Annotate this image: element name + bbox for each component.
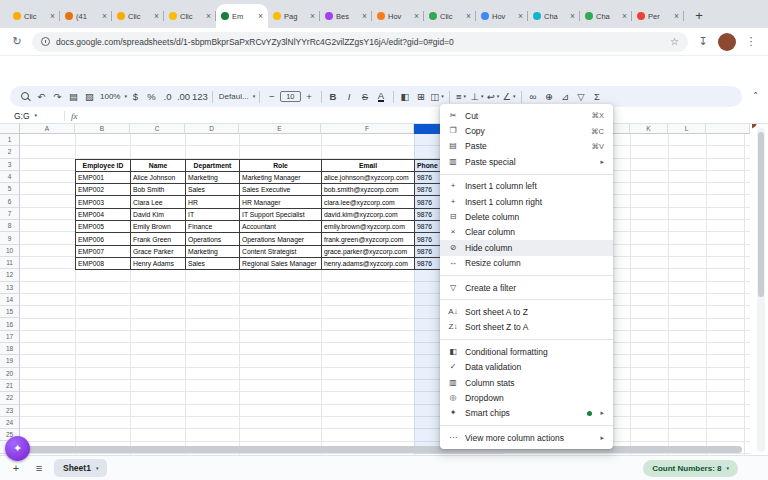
column-header-A[interactable]: A [20,124,75,134]
context-menu-item-data-validation[interactable]: ✓Data validation [440,359,613,374]
insert-chart-icon[interactable]: ⊿ [558,88,573,105]
name-box-caret-icon[interactable]: ▾ [35,113,38,118]
summary-count-pill[interactable]: Count Numbers: 8 ▾ [643,460,738,477]
tab-close-icon[interactable]: × [206,12,211,21]
browser-tab[interactable]: Hov× [372,4,424,28]
row-header-1[interactable]: 1 [0,134,20,146]
browser-tab[interactable]: Pag× [268,4,320,28]
cell[interactable]: david.kim@xyzcorp.com [322,209,415,221]
text-color-icon[interactable]: A [374,88,389,105]
cell[interactable]: Henry Adams [131,258,186,270]
cell[interactable]: HR Manager [240,196,322,208]
row-header-3[interactable]: 3 [0,159,20,171]
format-currency-icon[interactable]: $ [128,88,143,105]
cell[interactable]: clara.lee@xyzcorp.com [322,196,415,208]
cell[interactable]: Accountant [240,221,322,233]
italic-icon[interactable]: I [342,88,357,105]
context-menu-item-view-more-column-actions[interactable]: ⋯View more column actions▸ [440,430,613,445]
row-header-15[interactable]: 15 [0,306,20,318]
tab-close-icon[interactable]: × [50,12,55,21]
cell[interactable]: Emily Brown [131,221,186,233]
column-header-C[interactable]: C [130,124,185,134]
context-menu-item-insert-column-left[interactable]: +Insert 1 column left [440,179,613,194]
row-header-7[interactable]: 7 [0,208,20,220]
browser-menu-icon[interactable]: ⋮ [744,35,758,48]
row-header-23[interactable]: 23 [0,405,20,417]
cell[interactable]: Sales [186,184,240,196]
tab-close-icon[interactable]: × [570,12,575,21]
vertical-align-icon[interactable]: ⊥▾ [470,88,485,105]
functions-icon[interactable]: Σ [590,88,605,105]
horizontal-scrollbar[interactable] [22,446,742,453]
tab-close-icon[interactable]: × [466,12,471,21]
new-tab-button[interactable]: + [689,5,709,25]
zoom-select[interactable]: 100%▾ [98,88,127,105]
browser-tab[interactable]: Bes× [320,4,372,28]
context-menu-item-conditional-formatting[interactable]: ◧Conditional formatting [440,344,613,359]
row-header-22[interactable]: 22 [0,392,20,404]
row-header-8[interactable]: 8 [0,220,20,232]
font-size-box[interactable]: 10 [280,88,300,105]
tab-close-icon[interactable]: × [622,12,627,21]
row-header-24[interactable]: 24 [0,417,20,429]
font-select[interactable]: Defaul...▾ [217,88,255,105]
cell[interactable]: EMP005 [76,221,131,233]
tab-close-icon[interactable]: × [362,12,367,21]
borders-icon[interactable]: ⊞ [414,88,429,105]
cell[interactable]: Sales [186,258,240,270]
context-menu-item-paste-special[interactable]: ▥Paste special▸ [440,154,613,169]
bold-icon[interactable]: B [326,88,341,105]
font-size-increase-icon[interactable]: + [302,88,317,105]
browser-tab[interactable]: Cha× [580,4,632,28]
row-header-5[interactable]: 5 [0,183,20,195]
tab-close-icon[interactable]: × [102,12,107,21]
column-header-F[interactable]: F [321,124,414,134]
cell[interactable]: Grace Parker [131,246,186,258]
cell[interactable]: EMP001 [76,172,131,184]
header-cell[interactable]: Email [322,160,415,172]
browser-tab[interactable]: (41× [60,4,112,28]
vertical-scrollbar[interactable] [757,128,765,452]
print-icon[interactable]: ▤ [66,88,81,105]
cell[interactable]: IT Support Specialist [240,209,322,221]
cell[interactable]: EMP003 [76,196,131,208]
browser-tab[interactable]: Clic× [424,4,476,28]
browser-tab[interactable]: Clic× [8,4,60,28]
tab-close-icon[interactable]: × [154,12,159,21]
strikethrough-icon[interactable]: S [358,88,373,105]
tab-close-icon[interactable]: × [310,12,315,21]
cell[interactable]: Marketing Manager [240,172,322,184]
context-menu-item-delete-column[interactable]: ⊟Delete column [440,209,613,224]
bookmark-star-icon[interactable]: ☆ [670,36,679,47]
cell[interactable]: HR [186,196,240,208]
cell[interactable]: EMP002 [76,184,131,196]
row-header-12[interactable]: 12 [0,269,20,281]
sheet-tab-caret-icon[interactable]: ▾ [96,466,99,471]
merge-cells-icon[interactable]: ◫▾ [430,88,445,105]
context-menu-item-column-stats[interactable]: ▥Column stats [440,375,613,390]
row-header-17[interactable]: 17 [0,331,20,343]
context-menu-item-resize-column[interactable]: ↔Resize column [440,256,613,271]
assistant-button[interactable]: ✦ [5,436,30,461]
format-percent-icon[interactable]: % [144,88,159,105]
cell[interactable]: EMP007 [76,246,131,258]
header-cell[interactable]: Name [131,160,186,172]
column-header-K[interactable]: K [630,124,668,134]
downloads-icon[interactable]: ↧ [696,35,710,48]
column-header-L[interactable]: L [668,124,706,134]
cell[interactable]: Marketing [186,246,240,258]
row-header-10[interactable]: 10 [0,245,20,257]
cell[interactable]: Alice Johnson [131,172,186,184]
context-menu-item-clear-column[interactable]: ×Clear column [440,225,613,240]
browser-tab[interactable]: Clic× [112,4,164,28]
row-header-4[interactable]: 4 [0,171,20,183]
cell[interactable]: frank.green@xyzcorp.com [322,233,415,245]
name-box[interactable]: G:G ▾ [0,111,58,121]
cell[interactable]: henry.adams@xyzcorp.com [322,258,415,270]
cell[interactable]: Operations [186,233,240,245]
redo-icon[interactable]: ↷ [50,88,65,105]
column-header-D[interactable]: D [185,124,239,134]
row-header-9[interactable]: 9 [0,232,20,244]
address-bar[interactable]: docs.google.com/spreadsheets/d/1-sbpmBkp… [32,32,688,52]
all-sheets-icon[interactable]: ≡ [31,462,47,474]
